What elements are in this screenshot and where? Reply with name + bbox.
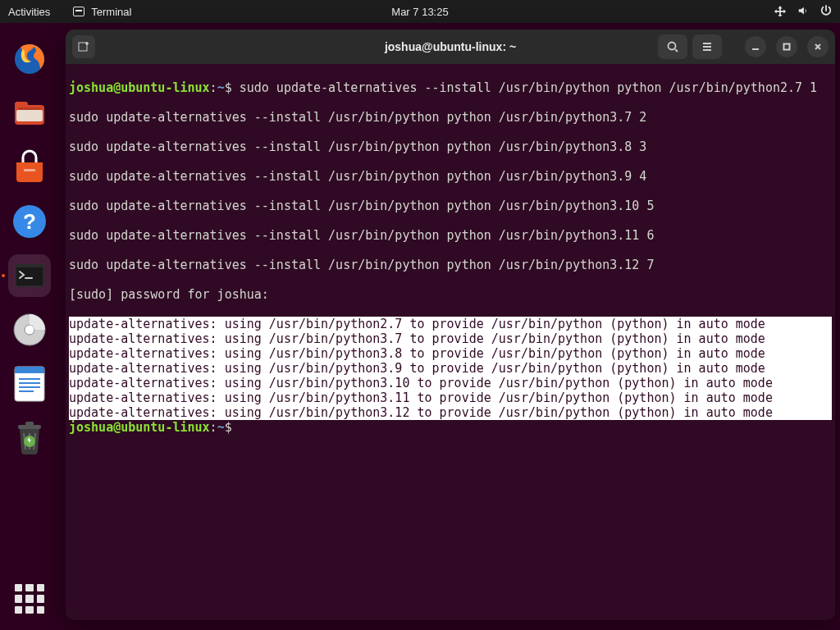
terminal-window: joshua@ubuntu-linux: ~ joshua@ubuntu-lin…: [66, 30, 835, 620]
output-line-5: update-alternatives: using /usr/bin/pyth…: [69, 376, 832, 390]
svg-rect-3: [16, 110, 43, 121]
output-line-7: update-alternatives: using /usr/bin/pyth…: [69, 405, 832, 420]
command-line-3: sudo update-alternatives --install /usr/…: [69, 139, 832, 154]
prompt-symbol: $: [225, 80, 232, 95]
command-line-6: sudo update-alternatives --install /usr/…: [69, 228, 832, 243]
minimize-button[interactable]: [745, 36, 766, 57]
svg-text:?: ?: [23, 209, 36, 234]
prompt-path: ~: [217, 80, 225, 95]
sudo-password-prompt: [sudo] password for joshua:: [69, 287, 832, 302]
dock-trash[interactable]: [8, 417, 51, 459]
svg-rect-5: [24, 169, 35, 171]
volume-icon[interactable]: [797, 5, 809, 19]
window-title: joshua@ubuntu-linux: ~: [385, 40, 516, 53]
svg-rect-24: [784, 44, 790, 50]
svg-rect-18: [19, 390, 34, 392]
dock-files[interactable]: [8, 92, 51, 135]
terminal-app-icon: [73, 7, 84, 16]
hamburger-menu-button[interactable]: [692, 34, 722, 59]
output-line-3: update-alternatives: using /usr/bin/pyth…: [69, 346, 832, 361]
dock: ?: [0, 23, 59, 630]
dock-firefox[interactable]: [8, 38, 51, 80]
svg-rect-16: [19, 382, 40, 384]
show-applications-button[interactable]: [15, 584, 44, 614]
prompt-user: joshua@ubuntu-linux: [69, 420, 210, 435]
running-indicator-icon: [2, 274, 5, 277]
terminal-content[interactable]: joshua@ubuntu-linux:~$ sudo update-alter…: [66, 64, 835, 620]
top-bar: Activities Terminal Mar 7 13:25: [0, 0, 840, 23]
svg-point-12: [25, 325, 34, 335]
dock-help[interactable]: ?: [8, 200, 51, 243]
dock-terminal[interactable]: [8, 254, 51, 297]
power-icon[interactable]: [820, 5, 832, 19]
app-name-label: Terminal: [91, 6, 131, 18]
svg-rect-17: [19, 386, 40, 388]
command-line-1: sudo update-alternatives --install /usr/…: [232, 80, 817, 95]
close-button[interactable]: [807, 36, 829, 57]
command-line-4: sudo update-alternatives --install /usr/…: [69, 169, 832, 184]
app-menu[interactable]: Terminal: [73, 6, 131, 18]
activities-button[interactable]: Activities: [8, 6, 50, 18]
svg-rect-4: [18, 107, 41, 110]
output-line-2: update-alternatives: using /usr/bin/pyth…: [69, 331, 832, 346]
dock-text-editor[interactable]: [8, 363, 51, 405]
output-line-6: update-alternatives: using /usr/bin/pyth…: [69, 390, 832, 405]
prompt-symbol: $: [225, 420, 232, 435]
title-bar: joshua@ubuntu-linux: ~: [66, 30, 835, 64]
prompt-path: ~: [217, 420, 225, 435]
output-line-1: update-alternatives: using /usr/bin/pyth…: [69, 317, 832, 331]
search-button[interactable]: [658, 34, 687, 59]
clock[interactable]: Mar 7 13:25: [391, 6, 448, 18]
network-icon[interactable]: [774, 5, 786, 19]
svg-point-23: [669, 43, 676, 50]
output-line-4: update-alternatives: using /usr/bin/pyth…: [69, 361, 832, 376]
svg-rect-14: [15, 367, 44, 373]
command-line-5: sudo update-alternatives --install /usr/…: [69, 199, 832, 213]
svg-rect-20: [25, 422, 34, 426]
svg-rect-9: [16, 267, 43, 285]
prompt-user: joshua@ubuntu-linux: [69, 80, 210, 95]
svg-rect-2: [15, 102, 28, 108]
maximize-button[interactable]: [776, 36, 797, 57]
command-line-2: sudo update-alternatives --install /usr/…: [69, 110, 832, 125]
svg-rect-15: [19, 378, 40, 380]
new-tab-button[interactable]: [72, 35, 95, 58]
command-line-7: sudo update-alternatives --install /usr/…: [69, 258, 832, 272]
dock-disks[interactable]: [8, 308, 51, 351]
cursor: [232, 420, 240, 435]
dock-software[interactable]: [8, 146, 51, 189]
